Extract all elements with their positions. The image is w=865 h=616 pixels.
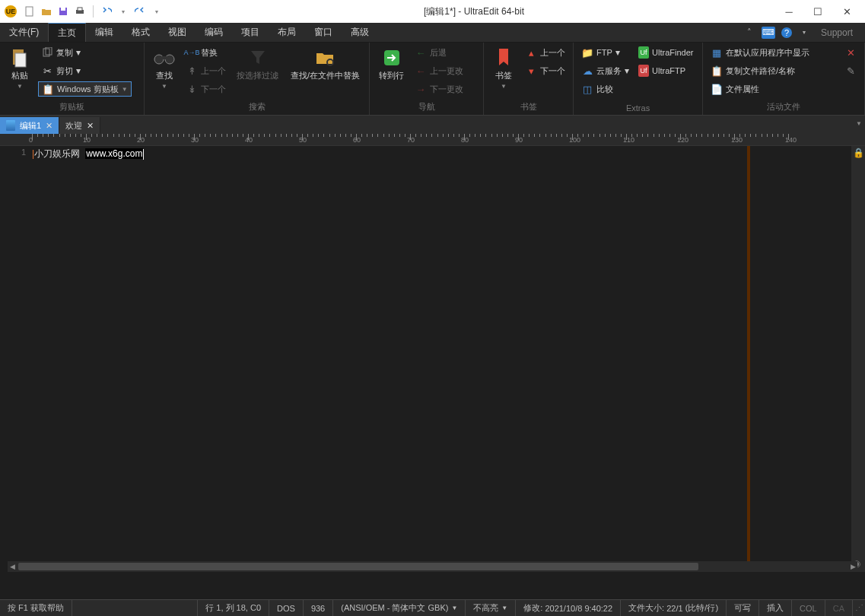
print-icon[interactable] <box>73 5 87 18</box>
close-file-icon[interactable]: ✕ <box>844 46 857 59</box>
menu-window[interactable]: 窗口 <box>305 23 342 42</box>
svg-rect-6 <box>15 53 26 67</box>
menu-project[interactable]: 项目 <box>232 23 269 42</box>
bookmark-button[interactable]: 书签 ▼ <box>488 44 519 93</box>
compare-button[interactable]: ◫ 比较 <box>578 81 632 97</box>
menu-layout[interactable]: 布局 <box>269 23 305 42</box>
minimize-button[interactable]: ─ <box>783 5 795 17</box>
find-prev-label: 上一个 <box>201 65 226 77</box>
redo-icon[interactable] <box>133 5 147 18</box>
clipboard-combo[interactable]: 📋 Windows 剪贴板 ▼ <box>38 81 132 97</box>
find-label: 查找 <box>156 70 173 81</box>
tab-edit1[interactable]: 编辑1 ✕ <box>0 117 59 134</box>
separator <box>93 5 94 17</box>
copy-label: 复制 <box>56 47 73 59</box>
scroll-right-icon[interactable]: ▶ <box>848 562 857 571</box>
tab-welcome[interactable]: 欢迎 ✕ <box>59 117 100 134</box>
menu-format[interactable]: 格式 <box>122 23 159 42</box>
replace-button[interactable]: A→B 替换 <box>183 44 229 61</box>
chevron-up-icon[interactable]: ˄ <box>743 27 755 39</box>
ultraftp-label: UltraFTP <box>652 66 685 75</box>
group-label-extras: Extras <box>578 102 698 115</box>
status-insert[interactable]: 插入 <box>759 600 792 616</box>
menu-home[interactable]: 主页 <box>48 23 86 42</box>
close-button[interactable]: ✕ <box>841 5 853 17</box>
help-dropdown-icon[interactable]: ▼ <box>798 27 810 39</box>
nav-back-button: ← 后退 <box>412 44 466 61</box>
copy-button[interactable]: 复制 ▾ <box>38 44 132 61</box>
ftp-icon: 📁 <box>581 46 593 59</box>
status-eol[interactable]: DOS <box>269 600 304 616</box>
menu-file[interactable]: 文件(F) <box>0 23 48 42</box>
editor-line-1[interactable]: |小刀娱乐网 www.x6g.com <box>32 148 144 160</box>
ribbon-group-active-file: ▦ 在默认应用程序中显示 ✕ 📋 复制文件路径/名称 ✎ 📄 文件属性 活动文件 <box>703 43 865 115</box>
bookmark-next-button[interactable]: ▾ 下一个 <box>522 62 568 79</box>
open-default-button[interactable]: ▦ 在默认应用程序中显示 ✕ <box>708 44 860 61</box>
tab-dropdown-icon[interactable]: ▼ <box>856 120 862 127</box>
menu-view[interactable]: 视图 <box>159 23 196 42</box>
status-position[interactable]: 行 1, 列 18, C0 <box>198 600 269 616</box>
find-next-label: 下一个 <box>201 84 226 95</box>
menu-bar: 文件(F) 主页 编辑 格式 视图 编码 项目 布局 窗口 高级 ˄ ⌨ ? ▼… <box>0 23 865 43</box>
ultraftp-icon: Uf <box>638 65 649 77</box>
arrow-down-icon: ↡ <box>186 83 198 95</box>
horizontal-scrollbar[interactable]: ◀ ▶ <box>8 561 857 572</box>
compare-icon: ◫ <box>581 83 593 95</box>
status-writable[interactable]: 可写 <box>727 600 759 616</box>
bookmark-down-icon: ▾ <box>525 65 537 77</box>
maximize-button[interactable]: ☐ <box>812 5 824 17</box>
find-button[interactable]: 查找 ▼ <box>149 44 180 93</box>
group-label-clipboard: 剪贴板 <box>5 100 139 115</box>
column-marker <box>747 146 750 572</box>
status-col[interactable]: COL <box>792 600 825 616</box>
keyboard-icon[interactable]: ⌨ <box>762 27 775 39</box>
ultraftp-button[interactable]: Uf UltraFTP <box>635 62 696 79</box>
menu-advanced[interactable]: 高级 <box>342 23 378 42</box>
new-file-icon[interactable] <box>23 5 37 18</box>
redo-dropdown-icon[interactable]: ▼ <box>150 5 164 18</box>
status-highlight[interactable]: 不高亮▼ <box>466 600 516 616</box>
properties-label: 文件属性 <box>726 84 759 95</box>
app-logo: UE <box>5 5 17 17</box>
editor-area[interactable]: 1 |小刀娱乐网 www.x6g.com 🔒 ◉ ◀ ▶ <box>0 146 865 572</box>
vertical-scrollbar[interactable]: 🔒 ◉ <box>851 146 865 572</box>
menu-edit[interactable]: 编辑 <box>86 23 122 42</box>
group-label-active-file: 活动文件 <box>708 100 860 115</box>
paste-button[interactable]: 粘贴 ▼ <box>5 44 35 93</box>
cut-button[interactable]: ✂ 剪切 ▾ <box>38 62 132 79</box>
app-icon: ▦ <box>711 46 723 59</box>
find-in-files-button[interactable]: 查找/在文件中替换 <box>286 44 364 84</box>
lock-icon[interactable]: 🔒 <box>853 148 864 158</box>
undo-dropdown-icon[interactable]: ▼ <box>116 5 130 18</box>
paste-label: 粘贴 <box>11 70 28 81</box>
close-tab-icon[interactable]: ✕ <box>87 121 94 131</box>
cut-label: 剪切 <box>56 65 73 77</box>
resize-grip[interactable]: ⋰ <box>853 603 865 613</box>
ribbon-group-extras: 📁 FTP ▾ ☁ 云服务 ▾ ◫ 比较 Uf UltraFinder <box>574 43 703 115</box>
ftp-label: FTP <box>596 48 612 57</box>
undo-icon[interactable] <box>100 5 113 18</box>
goto-button[interactable]: 转到行 <box>374 44 409 84</box>
support-link[interactable]: Support <box>816 27 857 38</box>
scroll-left-icon[interactable]: ◀ <box>8 562 17 571</box>
close-tab-icon[interactable]: ✕ <box>46 121 52 131</box>
help-icon[interactable]: ? <box>781 27 792 38</box>
scroll-thumb[interactable] <box>18 563 698 570</box>
ultrafinder-button[interactable]: Uf UltraFinder <box>635 44 696 61</box>
menu-encoding[interactable]: 编码 <box>196 23 232 42</box>
status-encoding[interactable]: (ANSI/OEM - 简体中文 GBK)▼ <box>333 600 466 616</box>
save-icon[interactable] <box>56 5 70 18</box>
find-in-files-label: 查找/在文件中替换 <box>291 70 360 81</box>
status-bar: 按 F1 获取帮助 行 1, 列 18, C0 DOS 936 (ANSI/OE… <box>0 599 865 616</box>
cloud-button[interactable]: ☁ 云服务 ▾ <box>578 62 632 79</box>
copy-path-button[interactable]: 📋 复制文件路径/名称 ✎ <box>708 62 860 79</box>
tab-label: 编辑1 <box>20 120 41 132</box>
ftp-button[interactable]: 📁 FTP ▾ <box>578 44 632 61</box>
open-file-icon[interactable] <box>40 5 53 18</box>
arrow-right-icon: → <box>415 83 427 95</box>
properties-button[interactable]: 📄 文件属性 <box>708 81 860 97</box>
rename-icon[interactable]: ✎ <box>844 65 857 77</box>
group-label-bookmarks: 书签 <box>488 100 568 115</box>
bookmark-prev-button[interactable]: ▴ 上一个 <box>522 44 568 61</box>
bookmark-prev-label: 上一个 <box>540 47 565 59</box>
